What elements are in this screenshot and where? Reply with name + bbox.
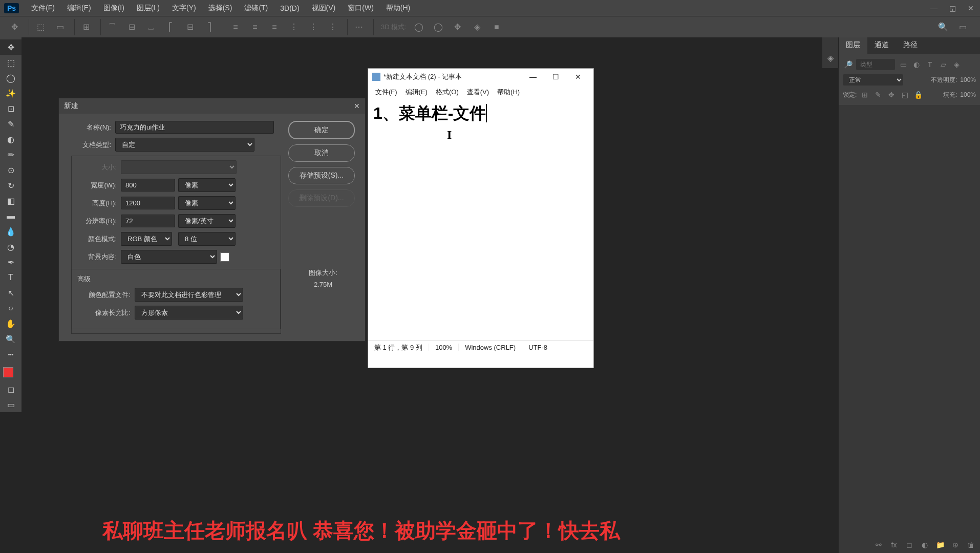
- distribute-hcenter-icon[interactable]: ⋮: [305, 19, 322, 35]
- notepad-text-area[interactable]: 1、菜单栏-文件 I: [368, 99, 593, 340]
- menu-edit[interactable]: 编辑(E): [61, 4, 97, 13]
- lock-artboard-icon[interactable]: ◱: [900, 90, 910, 100]
- bg-content-select[interactable]: 白色: [121, 250, 217, 264]
- filter-smart-icon[interactable]: ◈: [951, 59, 962, 70]
- move-tool[interactable]: ✥: [0, 39, 22, 55]
- layer-mask-icon[interactable]: ◻: [904, 540, 914, 550]
- menu-type[interactable]: 文字(Y): [166, 4, 202, 13]
- lock-all-icon[interactable]: 🔒: [913, 90, 923, 100]
- eraser-tool[interactable]: ◧: [0, 193, 22, 208]
- height-input[interactable]: [121, 197, 175, 209]
- color-profile-select[interactable]: 不要对此文档进行色彩管理: [135, 288, 243, 302]
- menu-window[interactable]: 窗口(W): [342, 4, 380, 13]
- crop-tool[interactable]: ⊡: [0, 101, 22, 116]
- fill-value[interactable]: 100%: [960, 91, 976, 98]
- path-selection-tool[interactable]: ↖: [0, 285, 22, 301]
- opacity-value[interactable]: 100%: [960, 76, 976, 83]
- blend-mode-select[interactable]: 正常: [843, 74, 903, 86]
- screen-mode-icon[interactable]: ▭: [0, 397, 22, 412]
- move-tool-icon[interactable]: ✥: [6, 19, 23, 35]
- distribute-spacing-icon[interactable]: ⋯: [351, 19, 367, 35]
- 3d-zoom-icon[interactable]: ■: [488, 19, 505, 35]
- type-tool[interactable]: T: [0, 270, 22, 285]
- lasso-tool[interactable]: ◯: [0, 70, 22, 86]
- lock-position-icon[interactable]: ✥: [886, 90, 897, 100]
- delete-layer-icon[interactable]: 🗑: [966, 540, 976, 550]
- notepad-minimize-icon[interactable]: —: [522, 69, 544, 85]
- tab-paths[interactable]: 路径: [896, 37, 925, 54]
- pixel-aspect-select[interactable]: 方形像素: [135, 306, 243, 320]
- dodge-tool[interactable]: ◔: [0, 239, 22, 254]
- filter-image-icon[interactable]: ▭: [898, 59, 908, 70]
- workspace-switcher-icon[interactable]: ▭: [954, 19, 971, 35]
- brush-tool[interactable]: ✏: [0, 147, 22, 162]
- align-hcenter-icon[interactable]: ⊟: [182, 19, 198, 35]
- notepad-titlebar[interactable]: *新建文本文档 (2) - 记事本 — ☐ ✕: [368, 69, 593, 85]
- dialog-titlebar[interactable]: 新建 ✕: [59, 98, 365, 114]
- menu-3d[interactable]: 3D(D): [274, 4, 305, 12]
- layer-filter-input[interactable]: [856, 59, 895, 70]
- menu-help[interactable]: 帮助(H): [380, 4, 416, 13]
- distribute-bottom-icon[interactable]: ≡: [266, 19, 283, 35]
- width-input[interactable]: [121, 179, 175, 192]
- lock-image-icon[interactable]: ✎: [873, 90, 883, 100]
- distribute-left-icon[interactable]: ⋮: [286, 19, 302, 35]
- align-right-icon[interactable]: ⎤: [201, 19, 218, 35]
- restore-icon[interactable]: ◱: [943, 0, 962, 16]
- group-icon[interactable]: 📁: [935, 540, 945, 550]
- filter-shape-icon[interactable]: ▱: [938, 59, 948, 70]
- adjustment-layer-icon[interactable]: ◐: [920, 540, 930, 550]
- cancel-button[interactable]: 取消: [288, 144, 355, 162]
- distribute-vcenter-icon[interactable]: ≡: [247, 19, 263, 35]
- bg-color-swatch[interactable]: [220, 252, 229, 262]
- foreground-color-swatch[interactable]: [3, 367, 13, 377]
- notepad-maximize-icon[interactable]: ☐: [544, 69, 567, 85]
- gradient-tool[interactable]: ▬: [0, 208, 22, 224]
- color-mode-select[interactable]: RGB 颜色: [121, 232, 172, 246]
- edit-toolbar[interactable]: •••: [0, 347, 22, 362]
- quick-mask-icon[interactable]: ◻: [0, 381, 22, 397]
- search-filter-icon[interactable]: 🔎: [843, 59, 853, 70]
- save-preset-button[interactable]: 存储预设(S)...: [288, 167, 355, 184]
- 3d-roll-icon[interactable]: ◯: [430, 19, 446, 35]
- distribute-top-icon[interactable]: ≡: [227, 19, 244, 35]
- 3d-slide-icon[interactable]: ◈: [469, 19, 485, 35]
- transform-controls-icon[interactable]: ⊞: [78, 19, 94, 35]
- menu-view[interactable]: 视图(V): [306, 4, 342, 13]
- align-left-icon[interactable]: ⎡: [162, 19, 179, 35]
- link-layers-icon[interactable]: ⚯: [874, 540, 884, 550]
- spot-heal-tool[interactable]: ◐: [0, 132, 22, 147]
- 3d-orbit-icon[interactable]: ◯: [411, 19, 427, 35]
- width-unit-select[interactable]: 像素: [178, 178, 236, 192]
- layer-style-icon[interactable]: fx: [889, 540, 899, 550]
- notepad-menu-file[interactable]: 文件(F): [371, 87, 401, 98]
- align-vcenter-icon[interactable]: ⊟: [123, 19, 140, 35]
- menu-select[interactable]: 选择(S): [202, 4, 239, 13]
- new-layer-icon[interactable]: ⊕: [950, 540, 961, 550]
- resolution-input[interactable]: [121, 215, 175, 227]
- resolution-unit-select[interactable]: 像素/英寸: [178, 214, 236, 228]
- menu-layer[interactable]: 图层(L): [131, 4, 166, 13]
- dialog-close-icon[interactable]: ✕: [354, 102, 360, 110]
- 3d-pan-icon[interactable]: ✥: [450, 19, 466, 35]
- hand-tool[interactable]: ✋: [0, 316, 22, 331]
- color-swatches[interactable]: [0, 367, 22, 377]
- notepad-menu-view[interactable]: 查看(V): [463, 87, 493, 98]
- history-brush-tool[interactable]: ↻: [0, 178, 22, 193]
- blur-tool[interactable]: 💧: [0, 224, 22, 239]
- layer-select-icon[interactable]: ▭: [52, 19, 68, 35]
- bit-depth-select[interactable]: 8 位: [178, 232, 236, 246]
- clone-stamp-tool[interactable]: ⊙: [0, 162, 22, 178]
- notepad-menu-format[interactable]: 格式(O): [432, 87, 463, 98]
- name-input[interactable]: [115, 121, 274, 134]
- distribute-right-icon[interactable]: ⋮: [325, 19, 341, 35]
- magic-wand-tool[interactable]: ✨: [0, 86, 22, 101]
- align-top-icon[interactable]: ⎴: [104, 19, 120, 35]
- ok-button[interactable]: 确定: [288, 121, 355, 139]
- shape-tool[interactable]: ○: [0, 301, 22, 316]
- notepad-close-icon[interactable]: ✕: [567, 69, 589, 85]
- preset-select[interactable]: 自定: [115, 138, 254, 152]
- notepad-menu-help[interactable]: 帮助(H): [493, 87, 524, 98]
- pen-tool[interactable]: ✒: [0, 254, 22, 270]
- marquee-tool[interactable]: ⬚: [0, 55, 22, 70]
